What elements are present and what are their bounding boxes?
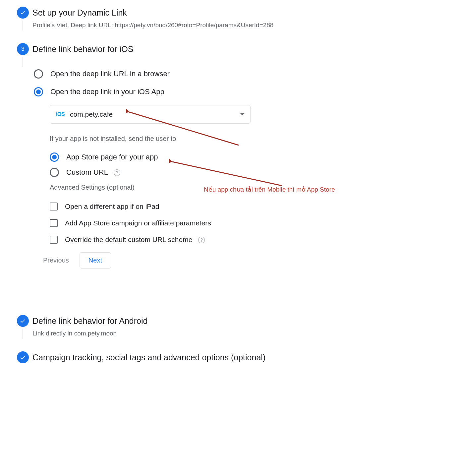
step-ios-badge: 3 xyxy=(17,43,29,55)
radio-appstore[interactable] xyxy=(50,152,59,162)
check-ipad-row[interactable]: Open a different app if on iPad xyxy=(50,203,460,210)
step-setup-subtitle: Profile's Viet, Deep link URL: https://p… xyxy=(32,21,460,30)
check-icon xyxy=(20,318,26,324)
chevron-down-icon xyxy=(240,113,244,115)
radio-custom-url-row[interactable]: Custom URL ? xyxy=(50,168,460,177)
checkbox-ipad[interactable] xyxy=(50,203,58,210)
step-connector xyxy=(23,57,23,67)
step-ios-number: 3 xyxy=(21,46,24,52)
radio-custom-url[interactable] xyxy=(50,168,59,177)
ios-app-value: com.pety.cafe xyxy=(70,110,113,118)
step-ios-title: Define link behavior for iOS xyxy=(32,44,460,55)
step-connector xyxy=(23,21,23,30)
check-override-text: Override the default custom URL scheme xyxy=(65,236,192,243)
ios-app-dropdown[interactable]: iOS com.pety.cafe xyxy=(50,105,251,124)
hint-not-installed: If your app is not installed, send the u… xyxy=(50,135,460,143)
ios-icon: iOS xyxy=(56,111,65,117)
help-icon[interactable]: ? xyxy=(198,237,205,243)
check-ipad-label: Open a different app if on iPad xyxy=(65,203,159,210)
radio-open-app[interactable] xyxy=(34,87,43,96)
next-button[interactable]: Next xyxy=(80,252,111,268)
check-icon xyxy=(20,354,26,361)
step-setup-badge xyxy=(17,7,29,19)
step-android-badge xyxy=(17,315,29,327)
checkbox-campaign[interactable] xyxy=(50,219,58,227)
check-campaign-row[interactable]: Add App Store campaign or affiliate para… xyxy=(50,219,460,227)
radio-open-app-row[interactable]: Open the deep link in your iOS App xyxy=(34,87,460,96)
radio-custom-url-text: Custom URL xyxy=(66,168,108,176)
radio-open-browser[interactable] xyxy=(34,69,43,79)
radio-open-browser-row[interactable]: Open the deep link URL in a browser xyxy=(34,69,460,79)
check-override-row[interactable]: Override the default custom URL scheme ? xyxy=(50,236,460,244)
help-icon[interactable]: ? xyxy=(114,169,120,176)
radio-appstore-label: App Store page for your app xyxy=(66,153,158,161)
step-connector xyxy=(23,329,23,339)
checkbox-override[interactable] xyxy=(50,236,58,244)
previous-button[interactable]: Previous xyxy=(42,253,70,268)
step-campaign-title: Campaign tracking, social tags and advan… xyxy=(32,352,460,363)
radio-custom-url-label: Custom URL ? xyxy=(66,168,120,177)
radio-appstore-row[interactable]: App Store page for your app xyxy=(50,152,460,162)
step-android-title: Define link behavior for Android xyxy=(32,316,460,327)
step-android-subtitle: Link directly in com.pety.moon xyxy=(32,329,460,338)
check-icon xyxy=(20,9,26,16)
radio-open-app-label: Open the deep link in your iOS App xyxy=(50,88,164,96)
step-setup-title: Set up your Dynamic Link xyxy=(32,7,460,18)
check-override-label: Override the default custom URL scheme ? xyxy=(65,236,205,244)
check-campaign-label: Add App Store campaign or affiliate para… xyxy=(65,219,211,227)
radio-open-browser-label: Open the deep link URL in a browser xyxy=(50,70,170,78)
annotation-note: Nếu app chưa tải trên Mobile thì mở App … xyxy=(204,186,335,193)
step-campaign-badge xyxy=(17,351,29,363)
